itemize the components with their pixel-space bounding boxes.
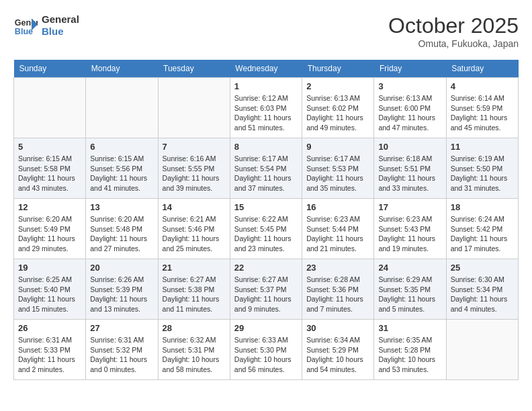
weekday-header-sunday: Sunday	[14, 60, 86, 78]
svg-text:Blue: Blue	[15, 27, 33, 36]
calendar-cell	[14, 78, 86, 138]
calendar-cell: 21Sunrise: 6:27 AMSunset: 5:38 PMDayligh…	[158, 259, 230, 320]
calendar-cell: 20Sunrise: 6:26 AMSunset: 5:39 PMDayligh…	[86, 259, 158, 320]
cell-content: Sunrise: 6:23 AMSunset: 5:44 PMDaylight:…	[306, 214, 369, 254]
day-number: 14	[163, 202, 226, 212]
calendar-cell: 13Sunrise: 6:20 AMSunset: 5:48 PMDayligh…	[86, 199, 158, 259]
day-number: 30	[306, 323, 369, 333]
calendar-cell: 22Sunrise: 6:27 AMSunset: 5:37 PMDayligh…	[230, 259, 302, 320]
day-number: 31	[378, 323, 441, 333]
cell-content: Sunrise: 6:27 AMSunset: 5:37 PMDaylight:…	[234, 275, 298, 314]
calendar-cell: 28Sunrise: 6:32 AMSunset: 5:31 PMDayligh…	[158, 320, 230, 380]
day-number: 9	[306, 142, 369, 152]
calendar-cell: 18Sunrise: 6:24 AMSunset: 5:42 PMDayligh…	[446, 199, 518, 259]
cell-content: Sunrise: 6:34 AMSunset: 5:29 PMDaylight:…	[306, 335, 369, 375]
calendar-cell: 3Sunrise: 6:13 AMSunset: 6:00 PMDaylight…	[374, 78, 446, 138]
day-number: 27	[90, 323, 153, 333]
cell-content: Sunrise: 6:20 AMSunset: 5:48 PMDaylight:…	[90, 214, 153, 254]
cell-content: Sunrise: 6:15 AMSunset: 5:58 PMDaylight:…	[18, 154, 81, 193]
cell-content: Sunrise: 6:20 AMSunset: 5:49 PMDaylight:…	[18, 214, 81, 254]
calendar-cell: 12Sunrise: 6:20 AMSunset: 5:49 PMDayligh…	[14, 199, 86, 259]
day-number: 18	[451, 202, 514, 212]
calendar-cell: 15Sunrise: 6:22 AMSunset: 5:45 PMDayligh…	[230, 199, 302, 259]
day-number: 26	[18, 323, 81, 333]
day-number: 29	[234, 323, 298, 333]
cell-content: Sunrise: 6:30 AMSunset: 5:34 PMDaylight:…	[451, 275, 514, 314]
calendar-cell: 17Sunrise: 6:23 AMSunset: 5:43 PMDayligh…	[374, 199, 446, 259]
day-number: 28	[163, 323, 226, 333]
calendar-cell: 27Sunrise: 6:31 AMSunset: 5:32 PMDayligh…	[86, 320, 158, 380]
cell-content: Sunrise: 6:31 AMSunset: 5:33 PMDaylight:…	[18, 335, 81, 375]
cell-content: Sunrise: 6:23 AMSunset: 5:43 PMDaylight:…	[378, 214, 441, 254]
cell-content: Sunrise: 6:32 AMSunset: 5:31 PMDaylight:…	[163, 335, 226, 375]
calendar-cell: 9Sunrise: 6:17 AMSunset: 5:53 PMDaylight…	[302, 138, 374, 199]
calendar-cell: 14Sunrise: 6:21 AMSunset: 5:46 PMDayligh…	[158, 199, 230, 259]
calendar-cell: 7Sunrise: 6:16 AMSunset: 5:55 PMDaylight…	[158, 138, 230, 199]
cell-content: Sunrise: 6:29 AMSunset: 5:35 PMDaylight:…	[378, 275, 441, 314]
calendar-cell: 5Sunrise: 6:15 AMSunset: 5:58 PMDaylight…	[14, 138, 86, 199]
day-number: 7	[163, 142, 226, 152]
calendar-cell: 16Sunrise: 6:23 AMSunset: 5:44 PMDayligh…	[302, 199, 374, 259]
calendar-cell: 2Sunrise: 6:13 AMSunset: 6:02 PMDaylight…	[302, 78, 374, 138]
calendar-cell	[446, 320, 518, 380]
calendar-cell: 10Sunrise: 6:18 AMSunset: 5:51 PMDayligh…	[374, 138, 446, 199]
day-number: 16	[306, 202, 369, 212]
cell-content: Sunrise: 6:31 AMSunset: 5:32 PMDaylight:…	[90, 335, 153, 375]
calendar-cell: 1Sunrise: 6:12 AMSunset: 6:03 PMDaylight…	[230, 78, 302, 138]
day-number: 25	[451, 263, 514, 273]
title-block: October 2025 Omuta, Fukuoka, Japan	[388, 13, 519, 49]
day-number: 4	[451, 81, 514, 91]
weekday-header-saturday: Saturday	[446, 60, 518, 78]
cell-content: Sunrise: 6:16 AMSunset: 5:55 PMDaylight:…	[163, 154, 226, 193]
cell-content: Sunrise: 6:15 AMSunset: 5:56 PMDaylight:…	[90, 154, 153, 193]
calendar-cell: 25Sunrise: 6:30 AMSunset: 5:34 PMDayligh…	[446, 259, 518, 320]
cell-content: Sunrise: 6:13 AMSunset: 6:00 PMDaylight:…	[378, 93, 441, 133]
weekday-header-tuesday: Tuesday	[158, 60, 230, 78]
weekday-header-thursday: Thursday	[302, 60, 374, 78]
logo-icon: General Blue	[13, 13, 38, 38]
calendar-header: SundayMondayTuesdayWednesdayThursdayFrid…	[14, 60, 519, 78]
calendar-cell: 23Sunrise: 6:28 AMSunset: 5:36 PMDayligh…	[302, 259, 374, 320]
logo: General Blue General Blue	[13, 13, 79, 38]
cell-content: Sunrise: 6:13 AMSunset: 6:02 PMDaylight:…	[306, 93, 369, 133]
cell-content: Sunrise: 6:26 AMSunset: 5:39 PMDaylight:…	[90, 275, 153, 314]
day-number: 13	[90, 202, 153, 212]
day-number: 23	[306, 263, 369, 273]
weekday-header-wednesday: Wednesday	[230, 60, 302, 78]
day-number: 12	[18, 202, 81, 212]
calendar-cell	[86, 78, 158, 138]
location-subtitle: Omuta, Fukuoka, Japan	[388, 38, 519, 49]
day-number: 8	[234, 142, 298, 152]
day-number: 1	[234, 81, 298, 91]
day-number: 19	[18, 263, 81, 273]
cell-content: Sunrise: 6:22 AMSunset: 5:45 PMDaylight:…	[234, 214, 298, 254]
cell-content: Sunrise: 6:25 AMSunset: 5:40 PMDaylight:…	[18, 275, 81, 314]
cell-content: Sunrise: 6:19 AMSunset: 5:50 PMDaylight:…	[451, 154, 514, 193]
logo-line1: General	[42, 13, 79, 26]
day-number: 5	[18, 142, 81, 152]
cell-content: Sunrise: 6:17 AMSunset: 5:54 PMDaylight:…	[234, 154, 298, 193]
weekday-header-friday: Friday	[374, 60, 446, 78]
cell-content: Sunrise: 6:18 AMSunset: 5:51 PMDaylight:…	[378, 154, 441, 193]
calendar-table: SundayMondayTuesdayWednesdayThursdayFrid…	[13, 60, 519, 380]
calendar-cell: 4Sunrise: 6:14 AMSunset: 5:59 PMDaylight…	[446, 78, 518, 138]
calendar-cell	[158, 78, 230, 138]
calendar-cell: 30Sunrise: 6:34 AMSunset: 5:29 PMDayligh…	[302, 320, 374, 380]
day-number: 3	[378, 81, 441, 91]
cell-content: Sunrise: 6:27 AMSunset: 5:38 PMDaylight:…	[163, 275, 226, 314]
day-number: 21	[163, 263, 226, 273]
day-number: 11	[451, 142, 514, 152]
calendar-cell: 6Sunrise: 6:15 AMSunset: 5:56 PMDaylight…	[86, 138, 158, 199]
cell-content: Sunrise: 6:17 AMSunset: 5:53 PMDaylight:…	[306, 154, 369, 193]
calendar-cell: 11Sunrise: 6:19 AMSunset: 5:50 PMDayligh…	[446, 138, 518, 199]
day-number: 15	[234, 202, 298, 212]
cell-content: Sunrise: 6:12 AMSunset: 6:03 PMDaylight:…	[234, 93, 298, 133]
page-header: General Blue General Blue October 2025 O…	[13, 13, 519, 49]
cell-content: Sunrise: 6:33 AMSunset: 5:30 PMDaylight:…	[234, 335, 298, 375]
month-title: October 2025	[388, 13, 519, 38]
cell-content: Sunrise: 6:21 AMSunset: 5:46 PMDaylight:…	[163, 214, 226, 254]
calendar-cell: 19Sunrise: 6:25 AMSunset: 5:40 PMDayligh…	[14, 259, 86, 320]
cell-content: Sunrise: 6:35 AMSunset: 5:28 PMDaylight:…	[378, 335, 441, 375]
day-number: 6	[90, 142, 153, 152]
calendar-cell: 24Sunrise: 6:29 AMSunset: 5:35 PMDayligh…	[374, 259, 446, 320]
